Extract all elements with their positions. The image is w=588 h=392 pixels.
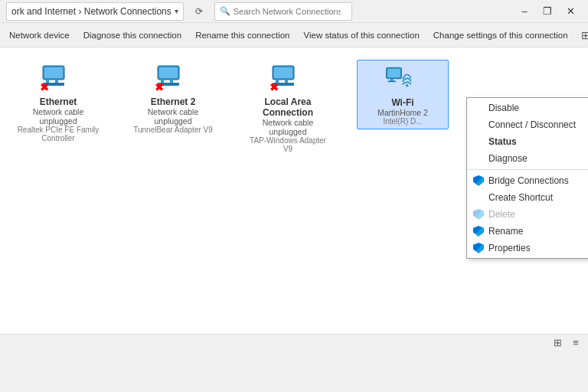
menu-item-disable[interactable]: Disable (467, 100, 588, 116)
wifi-icon (384, 64, 411, 90)
ethernet-adapter: Realtek PCIe FE Family Controller (15, 126, 101, 142)
svg-point-19 (406, 84, 409, 87)
ethernet2-error-badge: ✖ (155, 81, 164, 93)
connection-item-ethernet[interactable]: ✖ Ethernet Network cable unplugged Realt… (12, 60, 104, 145)
connection-item-local[interactable]: ✖ Local Area Connection Network cable un… (242, 60, 334, 156)
menu-disable-label: Disable (488, 103, 519, 113)
change-settings-button[interactable]: Change settings of this connection (427, 28, 574, 42)
menu-item-bridge[interactable]: Bridge Connections (467, 172, 588, 189)
ethernet-icon-container: ✖ (40, 63, 77, 93)
menu-item-delete: Delete (467, 206, 588, 223)
main-content: ✖ Ethernet Network cable unplugged Realt… (0, 47, 588, 351)
svg-rect-16 (387, 69, 400, 77)
rename-button[interactable]: Rename this connection (189, 28, 296, 42)
local-name: Local Area Connection (245, 96, 331, 118)
menu-shortcut-label: Create Shortcut (488, 192, 553, 203)
address-pill[interactable]: ork and Internet › Network Connections ▾ (6, 2, 184, 21)
diagnose-button[interactable]: Diagnose this connection (77, 28, 188, 42)
status-bar: ⊞ ≡ (0, 334, 588, 351)
rename-shield-icon (472, 224, 485, 238)
menu-item-shortcut[interactable]: Create Shortcut (467, 189, 588, 206)
svg-rect-6 (159, 67, 178, 78)
delete-shield-icon (472, 207, 485, 221)
search-input[interactable] (234, 7, 341, 16)
ethernet2-adapter: TunnelBear Adapter V9 (133, 126, 213, 134)
address-text: ork and Internet › Network Connections (11, 6, 172, 17)
ethernet2-status: Network cable unplugged (130, 107, 216, 126)
local-error-badge: ✖ (270, 81, 279, 93)
menu-item-diagnose[interactable]: Diagnose (467, 150, 588, 167)
status-grid-view-button[interactable]: ⊞ (550, 336, 565, 350)
connection-item-ethernet2[interactable]: ✖ Ethernet 2 Network cable unplugged Tun… (127, 60, 219, 137)
menu-item-status[interactable]: Status (467, 133, 588, 150)
menu-diagnose-label: Diagnose (488, 153, 528, 164)
title-bar-controls: – ❐ ✕ (513, 0, 582, 23)
properties-shield-icon (472, 241, 485, 255)
network-device-button[interactable]: Network device (3, 28, 76, 42)
close-button[interactable]: ✕ (559, 0, 582, 23)
wifi-adapter: Intel(R) D... (383, 117, 422, 126)
minimize-button[interactable]: – (513, 0, 536, 23)
ethernet2-name: Ethernet 2 (151, 96, 196, 107)
title-bar-left: ork and Internet › Network Connections ▾… (6, 2, 352, 21)
menu-connect-label: Connect / Disconnect (488, 119, 576, 130)
local-status: Network cable unplugged (245, 118, 331, 136)
ethernet-error-badge: ✖ (40, 81, 49, 93)
menu-separator-1 (467, 169, 588, 170)
svg-rect-1 (44, 67, 63, 78)
wifi-name: Wi-Fi (391, 97, 413, 108)
wifi-icon-container (384, 64, 422, 94)
context-menu: Disable Connect / Disconnect Status Diag… (466, 97, 588, 259)
ethernet-status: Network cable unplugged (15, 107, 101, 126)
view-grid-button[interactable]: ⊞ (576, 25, 588, 45)
restore-button[interactable]: ❐ (536, 0, 559, 23)
menu-bridge-label: Bridge Connections (488, 175, 569, 186)
view-status-button[interactable]: View status of this connection (298, 28, 426, 42)
ethernet-name: Ethernet (40, 96, 77, 107)
svg-rect-18 (387, 80, 396, 82)
local-adapter: TAP-Windows Adapter V9 (245, 136, 331, 153)
wifi-status: MartinHome 2 (377, 108, 428, 117)
menu-item-connect[interactable]: Connect / Disconnect (467, 116, 588, 133)
menu-item-properties[interactable]: Properties (467, 240, 588, 256)
local-icon-container: ✖ (270, 63, 306, 93)
bridge-shield-icon (472, 174, 485, 188)
menu-delete-label: Delete (488, 209, 515, 220)
search-icon: 🔍 (220, 6, 230, 16)
connection-area: ✖ Ethernet Network cable unplugged Realt… (0, 47, 461, 351)
connection-item-wifi[interactable]: Wi-Fi MartinHome 2 Intel(R) D... (357, 60, 449, 129)
menu-rename-label: Rename (488, 226, 523, 237)
search-box[interactable]: 🔍 (214, 2, 352, 21)
toolbar-right: ⊞ ▾ ? (576, 25, 588, 45)
menu-status-label: Status (488, 136, 517, 147)
ethernet2-icon-container: ✖ (155, 63, 191, 93)
svg-rect-11 (274, 67, 292, 78)
status-list-view-button[interactable]: ≡ (568, 336, 583, 350)
address-chevron-icon: ▾ (175, 7, 178, 15)
toolbar: Network device Diagnose this connection … (0, 23, 588, 47)
menu-item-rename[interactable]: Rename (467, 223, 588, 240)
menu-properties-label: Properties (488, 243, 531, 253)
title-bar: ork and Internet › Network Connections ▾… (0, 0, 588, 23)
refresh-button[interactable]: ⟳ (190, 2, 208, 21)
